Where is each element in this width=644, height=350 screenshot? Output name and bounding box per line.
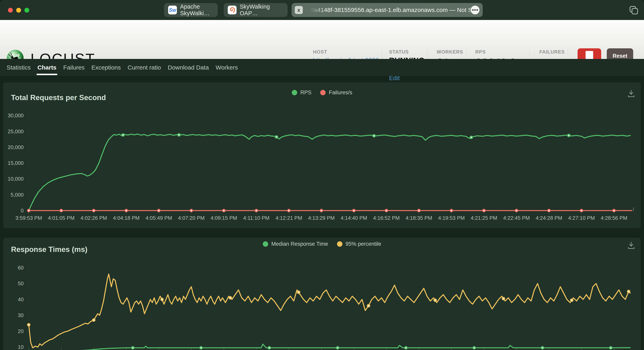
data-point-marker-center (610, 347, 612, 349)
data-point-marker-center (628, 291, 629, 292)
minimize-window-button[interactable] (16, 8, 21, 12)
data-point-marker-center (451, 210, 452, 211)
chart-panel-response-times: Median Response Time 95% percentile Resp… (3, 238, 641, 350)
y-axis-label: 20 (18, 328, 24, 334)
y-axis-label: 25,000 (8, 129, 24, 135)
stat-label: WORKERS (437, 49, 463, 55)
x-axis-label: 4:16:52 PM (373, 215, 400, 221)
stat-label: HOST (313, 49, 379, 55)
y-axis-label: 30,000 (8, 113, 24, 119)
url-text: 40a4148f-381559556.ap-east-1.elb.amazona… (307, 6, 471, 13)
tab-overview-icon[interactable] (628, 5, 639, 16)
data-point-marker-center (581, 210, 582, 211)
x-axis-label: 4:13:29 PM (308, 215, 334, 221)
y-axis-label: 30 (18, 312, 24, 318)
data-point-marker-center (122, 135, 124, 136)
y-axis-label: 50 (18, 281, 24, 287)
x-axis-label: 3:59:53 PM (16, 215, 42, 221)
x-axis-label: 4:18:35 PM (406, 215, 432, 221)
x-axis-label: 4:01:05 PM (48, 215, 75, 221)
tab-charts[interactable]: Charts (38, 59, 56, 76)
series-line-rps (29, 134, 630, 210)
y-axis-label: 10 (18, 344, 24, 350)
reset-button-label-1: Reset (607, 52, 633, 59)
tab-exceptions[interactable]: Exceptions (92, 59, 121, 76)
zoom-window-button[interactable] (24, 8, 29, 12)
traffic-lights (8, 8, 29, 12)
tab-workers[interactable]: Workers (216, 59, 238, 76)
browser-titlebar: Sw Apache SkyWalki… SkyWalking OAP… x 40… (0, 0, 644, 20)
data-point-marker-center (474, 347, 475, 349)
data-point-marker-center (298, 292, 299, 293)
data-point-marker-center (230, 297, 231, 299)
browser-tab-skywalking-oap[interactable]: SkyWalking OAP… (224, 3, 288, 17)
data-point-marker-center (571, 300, 572, 301)
y-axis-label: 20,000 (8, 144, 24, 150)
rps-chart-canvas[interactable]: 05,00010,00015,00020,00025,00030,0003:59… (3, 82, 641, 228)
response-times-chart-canvas[interactable]: 102030405060 (3, 238, 641, 350)
skywalking-spiral-favicon-icon (228, 5, 236, 14)
data-point-marker-center (61, 210, 62, 211)
page-options-ellipsis-icon[interactable]: ••• (471, 5, 480, 14)
browser-tab-apache-skywalking[interactable]: Sw Apache SkyWalki… (164, 3, 218, 17)
browser-tab-label: Apache SkyWalki… (180, 3, 214, 16)
series-line-95-percentile (29, 274, 630, 348)
url-fade-overlay (307, 6, 325, 13)
x-axis-label: 4:22:45 PM (503, 215, 530, 221)
stat-label: RPS (475, 49, 516, 55)
x-axis-label: 4:24:28 PM (536, 215, 562, 221)
data-point-marker-center (126, 210, 127, 211)
app-header: LOCUST HOST http://service1.test:9999 ST… (0, 20, 644, 59)
data-point-marker-center (471, 137, 472, 138)
data-point-marker-center (418, 210, 420, 211)
main-nav: Statistics Charts Failures Exceptions Cu… (0, 59, 644, 76)
x-axis-label: 4:27:10 PM (568, 215, 595, 221)
data-point-marker-center (276, 136, 277, 138)
x-axis-label: 4:04:18 PM (113, 215, 140, 221)
data-point-marker-center (256, 210, 257, 211)
chart-panel-total-rps: RPS Failures/s Total Requests per Second… (3, 82, 641, 228)
data-point-marker-center (162, 299, 163, 300)
data-point-marker-center (93, 210, 94, 211)
browser-tab-label: SkyWalking OAP… (240, 3, 284, 16)
y-axis-label: 15,000 (8, 160, 24, 166)
data-point-marker-center (434, 300, 436, 301)
x-axis-label: 4:07:20 PM (178, 215, 204, 221)
address-bar-tab[interactable]: x 40a4148f-381559556.ap-east-1.elb.amazo… (292, 3, 483, 17)
data-point-marker-center (548, 210, 550, 211)
y-axis-label: 40 (18, 297, 24, 303)
data-point-marker-center (321, 210, 322, 211)
data-point-marker-center (269, 347, 270, 349)
y-axis-label: 0 (21, 207, 24, 213)
close-window-button[interactable] (8, 8, 13, 12)
stat-label: FAILURES (539, 49, 565, 55)
data-point-marker-center (368, 305, 369, 306)
y-axis-label: 60 (18, 265, 24, 271)
data-point-marker-center (405, 347, 406, 349)
data-point-marker-center (483, 210, 484, 211)
data-point-marker-center (614, 210, 614, 211)
data-point-marker-center (158, 210, 159, 211)
x-axis-label: 4:02:26 PM (80, 215, 107, 221)
y-axis-label: 10,000 (8, 176, 24, 182)
data-point-marker-center (386, 210, 387, 211)
tab-failures[interactable]: Failures (63, 59, 85, 76)
tab-current-ratio[interactable]: Current ratio (128, 59, 161, 76)
data-point-marker-center (132, 347, 133, 349)
x-axis-label: 4:19:53 PM (438, 215, 465, 221)
tab-download-data[interactable]: Download Data (168, 59, 209, 76)
data-point-marker-center (568, 135, 569, 136)
x-axis-label: 4:11:10 PM (243, 215, 269, 221)
data-point-marker-center (503, 298, 504, 299)
y-axis-label: 5,000 (10, 192, 24, 198)
data-point-marker-center (223, 210, 224, 211)
data-point-marker-center (542, 347, 543, 349)
data-point-marker-center (337, 347, 338, 349)
page-favicon-x-icon: x (295, 6, 303, 14)
x-axis-label: 4:21:25 PM (471, 215, 497, 221)
data-point-marker-center (28, 324, 29, 326)
data-point-marker-center (374, 135, 375, 137)
tab-statistics[interactable]: Statistics (6, 59, 30, 76)
data-point-marker-center (28, 210, 29, 211)
url-field[interactable]: 40a4148f-381559556.ap-east-1.elb.amazona… (307, 6, 471, 13)
